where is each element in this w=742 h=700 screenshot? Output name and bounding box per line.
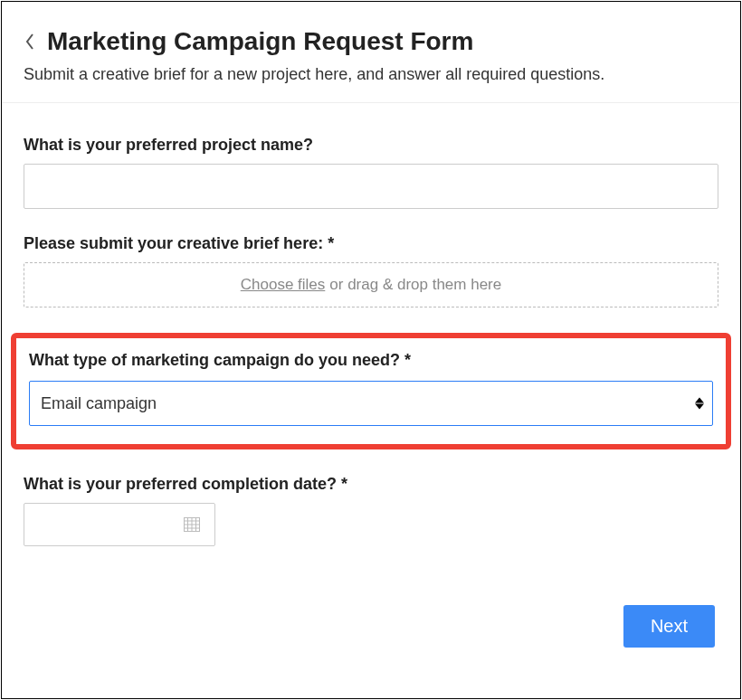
drop-text: or drag & drop them here — [329, 276, 501, 294]
project-name-group: What is your preferred project name? — [24, 136, 718, 209]
file-dropzone[interactable]: Choose files or drag & drop them here — [24, 262, 718, 307]
completion-date-label: What is your preferred completion date? … — [24, 475, 718, 494]
form-header: Marketing Campaign Request Form Submit a… — [2, 2, 740, 103]
project-name-input[interactable] — [24, 164, 718, 209]
campaign-type-select[interactable]: Email campaign — [29, 381, 713, 426]
creative-brief-label: Please submit your creative brief here: … — [24, 234, 718, 253]
completion-date-group: What is your preferred completion date? … — [24, 475, 718, 546]
creative-brief-group: Please submit your creative brief here: … — [24, 234, 718, 307]
page-subtitle: Submit a creative brief for a new projec… — [24, 63, 718, 86]
completion-date-input[interactable] — [24, 503, 215, 546]
project-name-label: What is your preferred project name? — [24, 136, 718, 155]
calendar-icon — [184, 517, 200, 532]
campaign-type-label: What type of marketing campaign do you n… — [29, 351, 713, 370]
next-button[interactable]: Next — [623, 605, 715, 648]
page-title: Marketing Campaign Request Form — [47, 27, 473, 56]
choose-files-link[interactable]: Choose files — [241, 276, 326, 294]
campaign-type-selected-value: Email campaign — [41, 394, 157, 413]
back-chevron-icon[interactable] — [24, 32, 36, 52]
campaign-type-highlight: What type of marketing campaign do you n… — [11, 333, 731, 449]
